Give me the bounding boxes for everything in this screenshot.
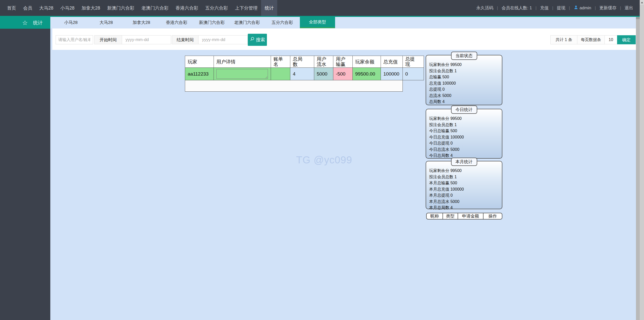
stat-line: 本月总流水 5000 <box>429 199 500 205</box>
stats-table: 玩家 用户详情 账单 名 总局 数 用户 流水 用户 输赢 玩家余额 总充值 总… <box>185 56 424 92</box>
stat-line: 今日总输赢 500 <box>429 128 500 134</box>
stat-line: 总充值 100000 <box>429 80 500 87</box>
tab-game-type[interactable]: 五分六合彩 <box>265 17 300 28</box>
req-col-action: 操作 <box>483 213 502 219</box>
separator: | <box>552 6 553 11</box>
topnav-item[interactable]: 老澳门六合彩 <box>138 0 172 16</box>
tab-game-type[interactable]: 小马28 <box>53 17 89 28</box>
panel-lines: 玩家剩余分 99500 投注会员总数 1 本月总输赢 500 本月总充值 100… <box>426 161 502 211</box>
topnav-item[interactable]: 首页 <box>4 0 20 16</box>
panel-lines: 玩家剩余分 99500 投注会员总数 1 总输赢 500 总充值 100000 … <box>426 55 502 105</box>
user-icon <box>574 5 578 11</box>
end-date-input[interactable] <box>198 35 248 44</box>
cell-total-recharge: 100000 <box>381 68 403 80</box>
cell-user-flow: 5000 <box>314 68 333 80</box>
stat-line: 本月总提现 0 <box>429 192 500 199</box>
start-time-group: 开始时间 <box>94 35 171 44</box>
main-content: 小马28 大马28 加拿大28 香港六合彩 新澳门六合彩 老澳门六合彩 五分六合… <box>50 17 640 320</box>
game-type-tabbar: 小马28 大马28 加拿大28 香港六合彩 新澳门六合彩 老澳门六合彩 五分六合… <box>50 17 636 28</box>
magnifier-icon <box>250 37 255 43</box>
topnav-item[interactable]: 五分六合彩 <box>202 0 231 16</box>
watermark: TG @yc099 <box>296 154 352 166</box>
stat-line: 今日总流水 5000 <box>429 147 500 153</box>
col-header-total-recharge: 总充值 <box>381 56 403 68</box>
user-detail-textarea[interactable] <box>216 69 268 79</box>
tab-game-type[interactable]: 香港六合彩 <box>159 17 194 28</box>
panel-title: 当前状态 <box>451 52 477 60</box>
stat-line: 本月总充值 100000 <box>429 186 500 193</box>
sidebar-item-stats[interactable]: ☆ 统计 <box>0 17 50 29</box>
topnav-item[interactable]: 上下分管理 <box>231 0 261 16</box>
page-size-label: 每页数据条 <box>577 35 605 44</box>
stat-line: 总输赢 500 <box>429 74 500 80</box>
live-code-link[interactable]: 永久活码 <box>476 5 493 11</box>
stat-line: 今日总充值 100000 <box>429 134 500 140</box>
stat-line: 总流水 5000 <box>429 93 500 99</box>
topnav-item[interactable]: 会员 <box>20 0 36 16</box>
scroll-up-button[interactable] <box>640 0 644 5</box>
cell-user-detail <box>214 68 271 80</box>
stat-line: 投注会员总数 1 <box>429 174 500 180</box>
req-col-nickname: 昵称 <box>427 213 442 219</box>
keyword-search-input[interactable] <box>56 35 93 44</box>
browser-scrollbar[interactable] <box>640 0 644 320</box>
total-count-box: 共计 1 条 <box>550 35 577 44</box>
inner-scrollbar[interactable] <box>636 17 640 320</box>
stat-line: 本月总局数 4 <box>429 205 500 211</box>
end-time-group: 结束时间 <box>172 35 248 44</box>
topnav-item-active[interactable]: 统计 <box>261 0 277 16</box>
tab-game-type[interactable]: 老澳门六合彩 <box>229 17 265 28</box>
topnav-item[interactable]: 加拿大28 <box>78 0 104 16</box>
withdraw-link[interactable]: 提现 <box>557 5 565 11</box>
search-button-label: 搜索 <box>256 37 265 43</box>
stat-line: 总提现 0 <box>429 86 500 93</box>
stat-line: 投注会员总数 1 <box>429 68 500 74</box>
start-date-input[interactable] <box>122 35 171 44</box>
start-time-button[interactable]: 开始时间 <box>94 35 122 44</box>
online-count: 会员在线人数: 1 <box>502 5 532 11</box>
col-header-player-balance: 玩家余额 <box>353 56 381 68</box>
col-header-user-detail: 用户详情 <box>214 56 271 68</box>
separator: | <box>497 6 498 11</box>
topnav-item[interactable]: 香港六合彩 <box>172 0 202 16</box>
topnav-item[interactable]: 小马28 <box>57 0 78 16</box>
req-col-amount: 申请金额 <box>458 213 483 219</box>
filter-panel: 开始时间 结束时间 搜索 共计 1 条 每页数据条 确定 <box>52 28 636 50</box>
search-button[interactable]: 搜索 <box>248 34 267 46</box>
admin-account[interactable]: admin <box>574 5 591 11</box>
tab-all-types-active[interactable]: 全部类型 <box>300 17 335 28</box>
end-time-button[interactable]: 结束时间 <box>172 35 198 44</box>
table-footer-cell <box>185 80 403 92</box>
refresh-cache-link[interactable]: 更新缓存 <box>599 5 617 11</box>
tab-game-type[interactable]: 新澳门六合彩 <box>194 17 229 28</box>
topnav-item[interactable]: 大马28 <box>36 0 57 16</box>
col-header-total-rounds: 总局 数 <box>290 56 314 68</box>
inner-scrollbar-thumb[interactable] <box>636 17 640 19</box>
cell-player: aa112233 <box>185 68 214 80</box>
tab-game-type[interactable]: 加拿大28 <box>124 17 159 28</box>
cell-bill-name <box>271 68 290 80</box>
page-size-input[interactable] <box>605 35 617 44</box>
cell-user-winloss: -500 <box>333 68 353 80</box>
sidebar: ☆ 统计 <box>0 17 50 320</box>
up-arrow-icon <box>641 2 643 3</box>
tab-game-type[interactable]: 大马28 <box>89 17 124 28</box>
stat-line: 玩家剩余分 99500 <box>429 62 500 68</box>
cell-player-balance: 99500.00 <box>353 68 381 80</box>
separator: | <box>620 6 621 11</box>
confirm-button[interactable]: 确定 <box>617 35 636 44</box>
top-navbar: 首页 会员 大马28 小马28 加拿大28 新澳门六合彩 老澳门六合彩 香港六合… <box>0 0 640 17</box>
table-header-row: 玩家 用户详情 账单 名 总局 数 用户 流水 用户 输赢 玩家余额 总充值 总… <box>185 56 424 68</box>
separator: | <box>569 6 570 11</box>
topnav-item[interactable]: 新澳门六合彩 <box>104 0 138 16</box>
panel-lines: 玩家剩余分 99500 投注会员总数 1 今日总输赢 500 今日总充值 100… <box>426 109 502 159</box>
recharge-link[interactable]: 充值 <box>540 5 549 11</box>
logout-link[interactable]: 退出 <box>625 5 633 11</box>
panel-current-status: 当前状态 玩家剩余分 99500 投注会员总数 1 总输赢 500 总充值 10… <box>426 55 502 105</box>
panel-title: 今日统计 <box>451 105 477 114</box>
page: 首页 会员 大马28 小马28 加拿大28 新澳门六合彩 老澳门六合彩 香港六合… <box>0 0 644 320</box>
separator: | <box>536 6 537 11</box>
col-header-total-withdraw: 总提 现 <box>403 56 424 68</box>
top-nav-menu: 首页 会员 大马28 小马28 加拿大28 新澳门六合彩 老澳门六合彩 香港六合… <box>4 0 277 16</box>
panel-title: 本月统计 <box>451 158 477 166</box>
